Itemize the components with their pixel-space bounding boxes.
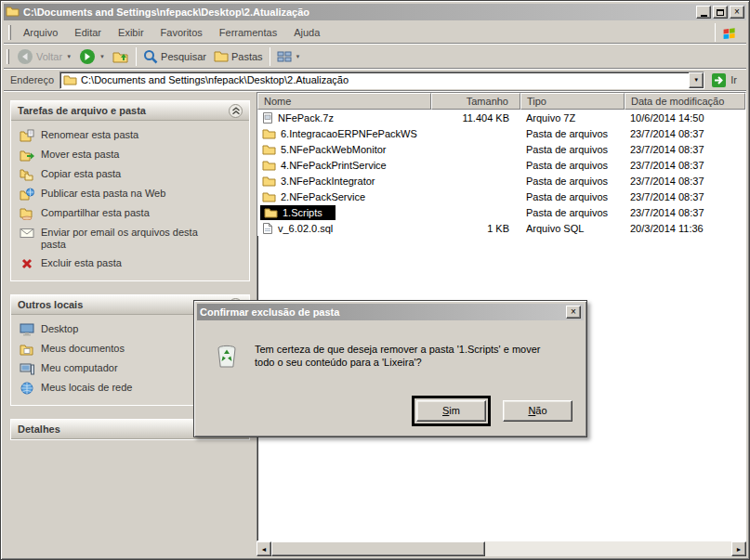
task-delete-folder[interactable]: Excluir esta pasta (20, 257, 244, 270)
menu-ferramentas[interactable]: Ferramentas (211, 24, 285, 41)
task-move-folder[interactable]: Mover esta pasta (20, 149, 244, 162)
search-label: Pesquisar (161, 51, 206, 62)
minimize-icon (701, 15, 707, 17)
table-row[interactable]: 2.NFePackService Pasta de arquivos 23/7/… (257, 189, 745, 204)
maximize-button[interactable] (713, 6, 728, 19)
forward-button[interactable]: ▼ (75, 46, 109, 67)
folder-icon (63, 74, 77, 85)
column-header-name[interactable]: Nome (257, 93, 431, 110)
panel-title: Detalhes (18, 423, 60, 435)
copy-icon (20, 168, 34, 181)
scroll-left-button[interactable]: ◄ (257, 541, 271, 556)
menu-editar[interactable]: Editar (66, 24, 110, 41)
back-icon (17, 48, 33, 65)
dialog-message: Tem certeza de que deseja remover a past… (255, 343, 552, 369)
place-label: Meus documentos (41, 343, 125, 355)
toolbar-grip (8, 25, 11, 40)
views-icon (277, 50, 292, 63)
panel-header-file-tasks[interactable]: Tarefas de arquivo e pasta (11, 101, 249, 121)
file-type: Pasta de arquivos (520, 128, 625, 139)
file-rows: NFePack.7z 11.404 KB Arquivo 7Z 10/6/201… (257, 110, 745, 236)
close-button[interactable]: × (730, 6, 744, 19)
address-combo[interactable]: C:\Documents and Settings\nfepack\Deskto… (59, 72, 704, 89)
dialog-close-button[interactable]: × (566, 306, 581, 319)
file-size: 1 KB (431, 223, 520, 234)
table-row[interactable]: NFePack.7z 11.404 KB Arquivo 7Z 10/6/201… (257, 110, 745, 125)
file-date: 23/7/2014 08:37 (625, 128, 745, 139)
task-label: Publicar esta pasta na Web (41, 188, 165, 200)
table-row[interactable]: 3.NFePackIntegrator Pasta de arquivos 23… (257, 173, 745, 189)
search-button[interactable]: Pesquisar (139, 47, 210, 66)
file-type: Pasta de arquivos (520, 176, 625, 187)
file-date: 20/3/2014 11:36 (625, 223, 745, 234)
back-label: Voltar (36, 51, 62, 62)
table-row[interactable]: 5.NFePackWebMonitor Pasta de arquivos 23… (257, 141, 745, 157)
rename-icon (20, 129, 34, 142)
views-button[interactable]: ▼ (273, 48, 305, 65)
panel-title: Outros locais (18, 299, 83, 310)
menu-ajuda[interactable]: Ajuda (285, 24, 328, 41)
share-icon (20, 207, 34, 220)
computer-icon (20, 362, 34, 375)
task-publish-folder[interactable]: Publicar esta pasta na Web (20, 188, 244, 201)
chevron-down-icon: ▼ (296, 54, 301, 59)
task-label: Excluir esta pasta (41, 257, 122, 269)
task-copy-folder[interactable]: Copiar esta pasta (20, 168, 244, 181)
task-label: Copiar esta pasta (41, 168, 121, 180)
explorer-window: C:\Documents and Settings\nfepack\Deskto… (0, 0, 750, 560)
sql-file-icon (262, 222, 273, 235)
file-type: Pasta de arquivos (520, 160, 625, 171)
file-type: Pasta de arquivos (520, 207, 625, 218)
chevron-down-icon: ▼ (99, 54, 105, 59)
scrollbar-track[interactable] (485, 541, 731, 556)
menu-exibir[interactable]: Exibir (110, 24, 152, 41)
chevron-up-icon[interactable] (229, 104, 243, 118)
back-button[interactable]: Voltar ▼ (13, 46, 75, 67)
column-header-size[interactable]: Tamanho (431, 93, 520, 110)
minimize-button[interactable] (696, 6, 711, 19)
file-date: 23/7/2014 08:37 (625, 144, 745, 155)
task-rename-folder[interactable]: Renomear esta pasta (20, 129, 244, 142)
archive-file-icon (262, 111, 273, 124)
up-button[interactable] (109, 47, 133, 66)
close-icon: × (571, 307, 576, 317)
annotation-highlight-box: 1.Scripts (260, 205, 336, 220)
network-icon (20, 382, 34, 395)
scrollbar-thumb[interactable] (271, 541, 485, 556)
table-row[interactable]: v_6.02.0.sql 1 KB Arquivo SQL 20/3/2014 … (257, 220, 745, 236)
scroll-right-button[interactable]: ► (731, 541, 746, 556)
folder-icon (262, 144, 276, 155)
column-headers: Nome Tamanho Tipo Data de modificação (257, 93, 745, 110)
close-icon: × (734, 7, 740, 17)
address-bar: Endereço C:\Documents and Settings\nfepa… (4, 70, 746, 91)
file-type: Pasta de arquivos (520, 191, 625, 202)
yes-button[interactable]: Sim (416, 400, 486, 422)
task-email-files[interactable]: Enviar por email os arquivos desta pasta (20, 227, 244, 251)
no-button[interactable]: Não (503, 400, 572, 422)
file-name: v_6.02.0.sql (278, 223, 333, 234)
menu-arquivo[interactable]: Arquivo (15, 24, 66, 41)
email-icon (20, 227, 34, 240)
go-arrow-icon (711, 72, 727, 88)
table-row[interactable]: 4.NFePackPrintService Pasta de arquivos … (257, 157, 745, 173)
table-row-selected[interactable]: 1.Scripts Pasta de arquivos 23/7/2014 08… (257, 204, 745, 220)
toolbar-separator (270, 47, 270, 66)
file-name: 1.Scripts (283, 207, 322, 218)
task-label: Enviar por email os arquivos desta pasta (41, 227, 210, 251)
go-button[interactable]: Ir (704, 72, 743, 88)
column-header-type[interactable]: Tipo (520, 93, 625, 110)
folder-icon (262, 191, 276, 202)
search-icon (143, 49, 158, 64)
confirm-delete-dialog: Confirmar exclusão de pasta × Tem certez… (193, 300, 587, 437)
table-row[interactable]: 6.IntegracaoERPNFePackWS Pasta de arquiv… (257, 125, 745, 141)
folders-button[interactable]: Pastas (210, 48, 267, 64)
recycle-bin-icon (212, 341, 242, 374)
file-name: 3.NFePackIntegrator (281, 176, 375, 187)
column-header-date[interactable]: Data de modificação (625, 93, 745, 110)
address-dropdown-button[interactable]: ▼ (689, 72, 704, 88)
go-label: Ir (730, 74, 737, 85)
menu-favoritos[interactable]: Favoritos (152, 24, 211, 41)
task-share-folder[interactable]: Compartilhar esta pasta (20, 207, 244, 220)
globe-icon (20, 188, 34, 201)
horizontal-scrollbar[interactable]: ◄ ► (257, 541, 746, 556)
